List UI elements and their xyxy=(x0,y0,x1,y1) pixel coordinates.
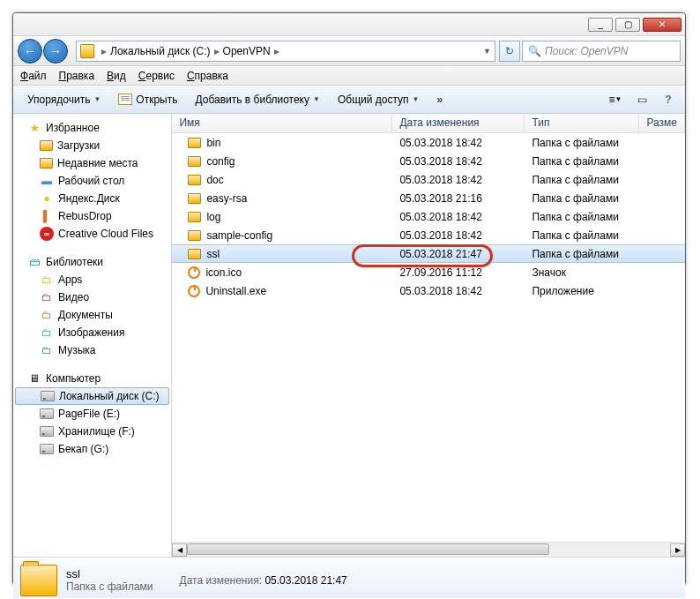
sidebar-item[interactable]: 🗀Apps xyxy=(13,271,171,288)
folder-icon xyxy=(80,44,94,58)
file-row[interactable]: doc05.03.2018 18:42Папка с файлами xyxy=(172,170,685,189)
drive-icon xyxy=(40,408,54,419)
file-row[interactable]: sample-config05.03.2018 18:42Папка с фай… xyxy=(172,226,685,244)
file-row[interactable]: bin05.03.2018 18:42Папка с файлами xyxy=(172,133,685,152)
file-row[interactable]: icon.ico27.09.2016 11:12Значок xyxy=(172,263,685,281)
search-placeholder: Поиск: OpenVPN xyxy=(545,45,628,57)
folder-icon xyxy=(188,156,201,167)
menu-edit[interactable]: Правка xyxy=(59,70,95,82)
breadcrumb-segment[interactable]: Локальный диск (C:) xyxy=(110,45,211,57)
sidebar-item[interactable]: Локальный диск (C:) xyxy=(15,387,169,405)
computer-group[interactable]: 🖥Компьютер xyxy=(13,370,171,387)
library-item-icon: 🗀 xyxy=(40,290,54,304)
file-list-pane: Имя Дата изменения Тип Разме bin05.03.20… xyxy=(172,114,685,557)
navigation-pane[interactable]: ★Избранное ЗагрузкиНедавние места▬Рабочи… xyxy=(13,114,172,557)
cc-icon: ∞ xyxy=(40,227,54,241)
breadcrumb-segment[interactable]: OpenVPN xyxy=(223,45,271,57)
folder-icon xyxy=(188,138,201,148)
folder-icon xyxy=(188,193,201,204)
explorer-window: _ ▢ ✕ ← → ▸ Локальный диск (C:) ▸ OpenVP… xyxy=(12,12,686,586)
add-library-button[interactable]: Добавить в библиотеку▼ xyxy=(186,91,328,109)
file-row[interactable]: ssl05.03.2018 21:47Папка с файлами xyxy=(172,244,685,263)
libraries-group[interactable]: 🗃Библиотеки xyxy=(13,253,171,271)
menu-help[interactable]: Справка xyxy=(187,70,228,82)
folder-icon xyxy=(40,158,53,168)
maximize-button[interactable]: ▢ xyxy=(615,18,640,32)
folder-icon xyxy=(188,230,201,241)
more-button[interactable]: » xyxy=(428,91,453,109)
date-label: Дата изменения: xyxy=(180,574,263,587)
menu-file[interactable]: Файл xyxy=(20,70,47,82)
file-row[interactable]: log05.03.2018 18:42Папка с файлами xyxy=(172,207,685,226)
preview-pane-button[interactable]: ▭ xyxy=(630,90,653,109)
menu-service[interactable]: Сервис xyxy=(138,70,175,82)
library-item-icon: 🗀 xyxy=(40,343,54,357)
close-button[interactable]: ✕ xyxy=(643,18,681,32)
file-row[interactable]: Uninstall.exe05.03.2018 18:42Приложение xyxy=(172,281,685,300)
scroll-thumb[interactable] xyxy=(187,543,549,555)
search-input[interactable]: 🔍 Поиск: OpenVPN xyxy=(522,41,681,62)
scroll-right-button[interactable]: ▶ xyxy=(670,543,685,557)
favorites-group[interactable]: ★Избранное xyxy=(13,119,171,137)
yandex-icon: ● xyxy=(40,191,54,206)
sidebar-item[interactable]: Недавние места xyxy=(13,154,171,172)
share-button[interactable]: Общий доступ▼ xyxy=(329,91,428,109)
sidebar-item[interactable]: 🗀Документы xyxy=(13,306,171,324)
sidebar-item[interactable]: ●Яндекс.Диск xyxy=(13,190,171,207)
folder-icon xyxy=(188,212,201,222)
address-bar[interactable]: ▸ Локальный диск (C:) ▸ OpenVPN ▸ ▼ xyxy=(76,41,495,62)
drive-icon xyxy=(41,391,55,401)
drive-icon xyxy=(40,444,54,454)
chevron-icon[interactable]: ▸ xyxy=(211,45,223,57)
help-button[interactable]: ? xyxy=(657,90,680,109)
sidebar-item[interactable]: Загрузки xyxy=(13,137,171,154)
menu-bar: Файл Правка Вид Сервис Справка xyxy=(13,66,685,86)
titlebar[interactable]: _ ▢ ✕ xyxy=(13,13,685,36)
desktop-icon: ▬ xyxy=(40,174,54,188)
file-row[interactable]: config05.03.2018 18:42Папка с файлами xyxy=(172,152,685,170)
menu-view[interactable]: Вид xyxy=(107,70,126,82)
scroll-left-button[interactable]: ◀ xyxy=(172,543,187,557)
drive-icon xyxy=(40,426,54,437)
file-list[interactable]: bin05.03.2018 18:42Папка с файламиconfig… xyxy=(172,133,685,542)
column-size[interactable]: Разме xyxy=(639,114,685,132)
horizontal-scrollbar[interactable]: ◀ ▶ xyxy=(172,542,685,557)
column-type[interactable]: Тип xyxy=(525,114,639,132)
sidebar-item[interactable]: 🗀Музыка xyxy=(13,341,171,359)
folder-icon xyxy=(188,249,201,259)
openvpn-icon xyxy=(188,266,200,279)
column-name[interactable]: Имя xyxy=(172,114,392,132)
dropdown-icon[interactable]: ▼ xyxy=(483,47,491,56)
folder-icon xyxy=(40,140,53,151)
sidebar-item[interactable]: 🗀Видео xyxy=(13,288,171,306)
selected-date: 05.03.2018 21:47 xyxy=(264,574,346,587)
selected-type: Папка с файлами xyxy=(66,580,153,593)
chevron-icon[interactable]: ▸ xyxy=(98,45,110,57)
sidebar-item[interactable]: ▬Рабочий стол xyxy=(13,172,171,190)
back-button[interactable]: ← xyxy=(18,39,42,64)
openvpn-icon xyxy=(188,285,200,297)
open-button[interactable]: Открыть xyxy=(109,91,186,109)
view-options-button[interactable]: ≡ ▼ xyxy=(604,90,627,109)
refresh-button[interactable]: ↻ xyxy=(499,41,520,62)
sidebar-item[interactable]: ∞Creative Cloud Files xyxy=(13,225,171,243)
column-date[interactable]: Дата изменения xyxy=(392,114,525,132)
chevron-icon[interactable]: ▸ xyxy=(271,45,283,57)
sidebar-item[interactable]: 🗀Изображения xyxy=(13,324,171,341)
details-pane: ssl Папка с файлами Дата изменения: 05.0… xyxy=(13,557,685,598)
forward-button[interactable]: → xyxy=(43,39,68,64)
sidebar-item[interactable]: PageFile (E:) xyxy=(13,405,171,423)
computer-icon: 🖥 xyxy=(27,371,41,386)
toolbar: Упорядочить▼ Открыть Добавить в библиоте… xyxy=(13,86,685,114)
sidebar-item[interactable]: Бекап (G:) xyxy=(13,440,171,458)
navigation-bar: ← → ▸ Локальный диск (C:) ▸ OpenVPN ▸ ▼ … xyxy=(13,36,685,66)
column-headers: Имя Дата изменения Тип Разме xyxy=(172,114,685,133)
organize-button[interactable]: Упорядочить▼ xyxy=(19,91,109,109)
folder-icon-large xyxy=(20,565,57,596)
file-row[interactable]: easy-rsa05.03.2018 21:16Папка с файлами xyxy=(172,189,685,207)
open-icon xyxy=(118,94,132,105)
sidebar-item[interactable]: Хранилище (F:) xyxy=(13,423,171,440)
sidebar-item[interactable]: ▌RebusDrop xyxy=(13,207,171,225)
library-icon: 🗃 xyxy=(27,255,41,269)
minimize-button[interactable]: _ xyxy=(588,18,613,32)
